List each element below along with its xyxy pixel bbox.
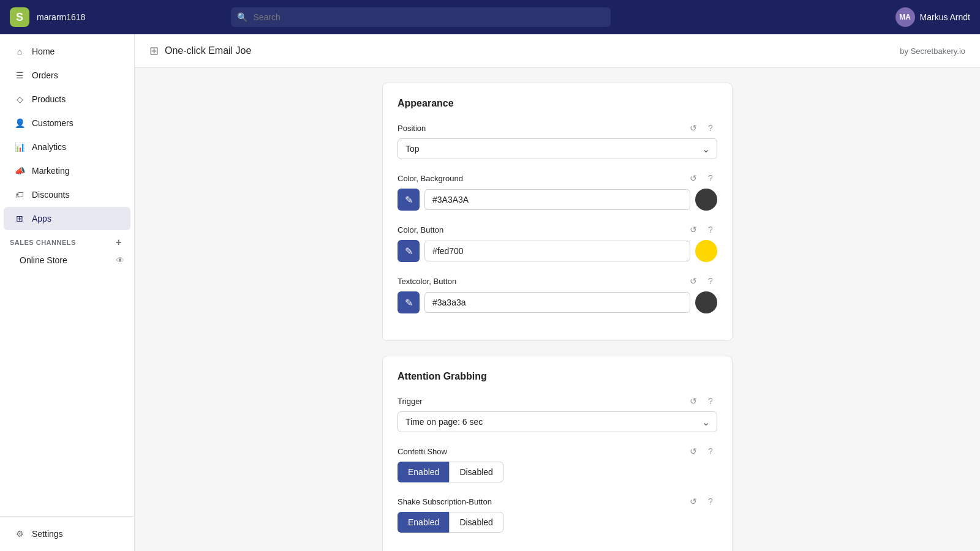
sidebar-label-orders: Orders [32, 70, 58, 80]
color-background-label: Color, Background [398, 174, 463, 183]
position-help-button[interactable]: ? [704, 121, 717, 135]
app-grid-icon: ⊞ [149, 44, 159, 58]
trigger-reset-button[interactable]: ↺ [687, 394, 700, 408]
attention-grabbing-card: Attention Grabbing Trigger ↺ ? Time on p… [382, 356, 733, 551]
app-settings-area: Appearance Position ↺ ? Top Bottom [368, 68, 747, 551]
trigger-actions: ↺ ? [687, 394, 717, 408]
orders-icon: ☰ [13, 69, 26, 81]
sidebar-item-marketing[interactable]: 📣 Marketing [4, 159, 130, 182]
color-background-field: Color, Background ↺ ? ✎ [398, 171, 717, 211]
textcolor-button-swatch [695, 291, 717, 313]
sidebar-item-apps[interactable]: ⊞ Apps [4, 207, 130, 230]
confetti-show-label: Confetti Show [398, 447, 447, 456]
search-input[interactable] [231, 7, 611, 27]
color-button-reset-button[interactable]: ↺ [687, 223, 700, 236]
online-store-label: Online Store [20, 255, 67, 265]
sidebar: ⌂ Home ☰ Orders ◇ Products 👤 Customers 📊… [0, 34, 135, 551]
sidebar-label-home: Home [32, 47, 55, 56]
color-background-reset-button[interactable]: ↺ [687, 171, 700, 185]
color-button-label: Color, Button [398, 225, 443, 234]
sidebar-label-marketing: Marketing [32, 166, 69, 176]
color-background-edit-button[interactable]: ✎ [398, 189, 420, 211]
shake-disabled-button[interactable]: Disabled [449, 512, 503, 533]
sales-channels-label: SALES CHANNELS [10, 239, 76, 246]
color-button-input[interactable] [424, 241, 690, 261]
page-by: by Secretbakery.io [900, 47, 965, 56]
sidebar-label-products: Products [32, 94, 66, 104]
confetti-show-disabled-button[interactable]: Disabled [449, 462, 503, 482]
shake-button-toggle: Enabled Disabled [398, 512, 717, 533]
add-sales-channel-button[interactable]: + [113, 237, 124, 248]
sidebar-item-online-store[interactable]: Online Store 👁 [0, 250, 134, 270]
color-button-field: Color, Button ↺ ? ✎ [398, 223, 717, 262]
position-reset-button[interactable]: ↺ [687, 121, 700, 135]
position-field: Position ↺ ? Top Bottom Left Right [398, 121, 717, 159]
confetti-show-actions: ↺ ? [687, 444, 717, 458]
shake-enabled-button[interactable]: Enabled [398, 512, 449, 533]
textcolor-button-input[interactable] [424, 292, 690, 313]
color-button-edit-button[interactable]: ✎ [398, 240, 420, 262]
marketing-icon: 📣 [13, 165, 26, 177]
confetti-show-field: Confetti Show ↺ ? Enabled Disabled [398, 444, 717, 482]
confetti-show-reset-button[interactable]: ↺ [687, 444, 700, 458]
shake-button-field: Shake Subscription-Button ↺ ? Enabled Di… [398, 495, 717, 533]
customers-icon: 👤 [13, 117, 26, 129]
logo-letter: S [16, 11, 23, 24]
sidebar-item-products[interactable]: ◇ Products [4, 88, 130, 111]
textcolor-button-field: Textcolor, Button ↺ ? ✎ [398, 274, 717, 313]
confetti-show-toggle: Enabled Disabled [398, 462, 717, 482]
products-icon: ◇ [13, 93, 26, 105]
trigger-field: Trigger ↺ ? Time on page: 6 sec Time on … [398, 394, 717, 432]
trigger-help-button[interactable]: ? [704, 394, 717, 408]
color-button-actions: ↺ ? [687, 223, 717, 236]
sidebar-item-settings[interactable]: ⚙ Settings [4, 522, 130, 545]
user-name: Markus Arndt [920, 12, 970, 22]
main-content: ⊞ One-click Email Joe by Secretbakery.io… [135, 34, 980, 551]
sidebar-label-customers: Customers [32, 118, 74, 128]
discounts-icon: 🏷 [13, 189, 26, 201]
trigger-select[interactable]: Time on page: 6 sec Time on page: 10 sec… [398, 411, 717, 432]
trigger-select-wrapper[interactable]: Time on page: 6 sec Time on page: 10 sec… [398, 411, 717, 432]
confetti-show-help-button[interactable]: ? [704, 444, 717, 458]
textcolor-button-help-button[interactable]: ? [704, 274, 717, 288]
sidebar-item-discounts[interactable]: 🏷 Discounts [4, 183, 130, 206]
appearance-title: Appearance [398, 98, 717, 109]
color-background-input[interactable] [424, 189, 690, 210]
sales-channels-header: SALES CHANNELS + [0, 231, 134, 250]
apps-icon: ⊞ [13, 212, 26, 225]
search-bar[interactable]: 🔍 [231, 7, 611, 27]
top-navigation: S mararm1618 🔍 MA Markus Arndt [0, 0, 980, 34]
sidebar-item-analytics[interactable]: 📊 Analytics [4, 135, 130, 159]
sidebar-nav: ⌂ Home ☰ Orders ◇ Products 👤 Customers 📊… [0, 34, 134, 275]
confetti-show-enabled-button[interactable]: Enabled [398, 462, 449, 482]
online-store-view-icon: 👁 [116, 255, 124, 265]
sidebar-item-home[interactable]: ⌂ Home [4, 40, 130, 63]
color-background-actions: ↺ ? [687, 171, 717, 185]
user-menu[interactable]: MA Markus Arndt [895, 7, 970, 27]
sidebar-label-settings: Settings [32, 529, 63, 539]
sidebar-item-orders[interactable]: ☰ Orders [4, 64, 130, 87]
sidebar-label-analytics: Analytics [32, 142, 66, 152]
color-background-swatch [695, 189, 717, 211]
shake-button-actions: ↺ ? [687, 495, 717, 508]
color-background-help-button[interactable]: ? [704, 171, 717, 185]
textcolor-button-reset-button[interactable]: ↺ [687, 274, 700, 288]
position-select-wrapper[interactable]: Top Bottom Left Right [398, 138, 717, 159]
textcolor-button-edit-button[interactable]: ✎ [398, 291, 420, 313]
shake-button-label: Shake Subscription-Button [398, 497, 492, 506]
color-background-input-row: ✎ [398, 189, 717, 211]
shake-button-reset-button[interactable]: ↺ [687, 495, 700, 508]
settings-icon: ⚙ [13, 528, 26, 540]
position-select[interactable]: Top Bottom Left Right [398, 138, 717, 159]
sidebar-item-customers[interactable]: 👤 Customers [4, 111, 130, 135]
appearance-card: Appearance Position ↺ ? Top Bottom [382, 83, 733, 341]
page-header-left: ⊞ One-click Email Joe [149, 44, 251, 58]
shake-button-help-button[interactable]: ? [704, 495, 717, 508]
textcolor-button-input-row: ✎ [398, 291, 717, 313]
sidebar-label-discounts: Discounts [32, 190, 69, 200]
position-label: Position [398, 124, 426, 133]
textcolor-button-label: Textcolor, Button [398, 277, 456, 286]
home-icon: ⌂ [13, 45, 26, 58]
search-icon: 🔍 [237, 12, 247, 22]
color-button-help-button[interactable]: ? [704, 223, 717, 236]
